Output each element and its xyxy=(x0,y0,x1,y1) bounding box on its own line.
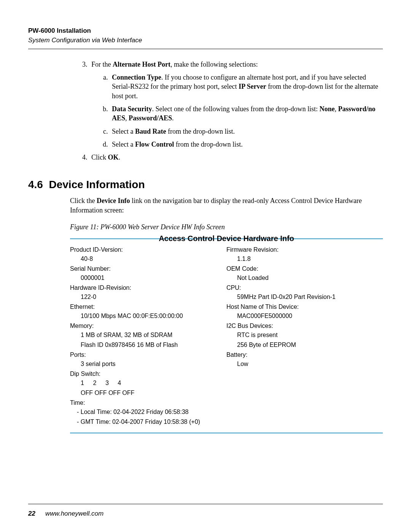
dip-state-1: OFF xyxy=(81,388,93,398)
header-divider xyxy=(28,49,383,49)
dip-4: 4 xyxy=(118,379,128,388)
dip-1: 1 xyxy=(81,379,91,388)
battery-label: Battery: xyxy=(226,350,383,359)
a-bold2: IP Server xyxy=(239,83,266,90)
hw-info-panel: Access Control Device Hardware Info Prod… xyxy=(70,238,383,433)
substep-d: Select a Flow Control from the drop-down… xyxy=(110,140,383,149)
substeps-list: Connection Type. If you choose to config… xyxy=(103,73,383,149)
cpu-label: CPU: xyxy=(226,283,383,292)
section-number: 4.6 xyxy=(28,179,43,190)
firmware-value: 1.1.8 xyxy=(237,254,383,264)
ethernet-value: 10/100 Mbps MAC 00:0F:E5:00:00:00 xyxy=(81,312,226,321)
serial-label: Serial Number: xyxy=(70,264,226,273)
footer-site: www.honeywell.com xyxy=(45,510,104,517)
steps-list: For the Alternate Host Port, make the fo… xyxy=(28,60,383,162)
cpu-value: 59MHz Part ID-0x20 Part Revision-1 xyxy=(237,292,383,302)
doc-subtitle: System Configuration via Web Interface xyxy=(28,36,383,45)
product-id-value: 40-8 xyxy=(81,254,226,264)
a-bold1: Connection Type xyxy=(112,73,161,81)
panel-title-wrap: Access Control Device Hardware Info xyxy=(70,239,383,245)
battery-value: Low xyxy=(237,359,383,369)
section-title: Device Information xyxy=(49,179,145,190)
step3-lead-pre: For the xyxy=(91,61,113,68)
host-name-value: MAC000FE5000000 xyxy=(237,312,383,321)
dip-state-3: OFF xyxy=(108,388,121,398)
dip-3: 3 xyxy=(105,379,116,388)
ethernet-label: Ethernet: xyxy=(70,302,226,312)
dip-state-2: OFF xyxy=(94,388,107,398)
substep-b: Data Security. Select one of the followi… xyxy=(110,104,383,123)
dip-2: 2 xyxy=(93,379,104,388)
c-post: from the drop-down list. xyxy=(166,128,235,135)
i2c-value-2: 256 Byte of EEPROM xyxy=(237,340,383,350)
page-number: 22 xyxy=(28,510,43,518)
firmware-label: Firmware Revision: xyxy=(226,245,383,254)
dip-state-4: OFF xyxy=(122,388,134,398)
dip-switch-states: OFF OFF OFF OFF xyxy=(81,388,226,398)
memory-value-1: 1 MB of SRAM, 32 MB of SDRAM xyxy=(81,331,226,340)
c-bold: Baud Rate xyxy=(135,128,166,135)
step3-lead-bold: Alternate Host Port xyxy=(113,61,170,68)
step4-post: . xyxy=(119,153,121,161)
figure-caption: Figure 11: PW-6000 Web Server Device HW … xyxy=(70,222,383,232)
d-bold: Flow Control xyxy=(135,141,174,148)
b-bold2: None xyxy=(319,105,335,113)
step3-lead-post: , make the following selections: xyxy=(170,61,258,68)
step4-bold: OK xyxy=(108,153,119,161)
oem-label: OEM Code: xyxy=(226,264,383,273)
dip-switch-label: Dip Switch: xyxy=(70,369,226,379)
desc-bold: Device Info xyxy=(97,197,130,204)
b-sep2: , xyxy=(125,114,129,122)
serial-value: 0000001 xyxy=(81,273,226,283)
hw-id-value: 122-0 xyxy=(81,292,226,302)
i2c-value-1: RTC is present xyxy=(237,331,383,340)
document-page: PW-6000 Installation System Configuratio… xyxy=(0,0,411,532)
d-post: from the drop-down list. xyxy=(174,141,242,148)
product-id-label: Product ID-Version: xyxy=(70,245,226,254)
b-text1: . Select one of the following values fro… xyxy=(152,105,319,113)
dip-switch-numbers: 1 2 3 4 xyxy=(81,379,226,388)
desc-pre: Click the xyxy=(70,197,97,204)
ports-value: 3 serial ports xyxy=(81,359,226,369)
panel-columns: Product ID-Version: 40-8 Serial Number: … xyxy=(70,245,383,427)
panel-title: Access Control Device Hardware Info xyxy=(70,235,383,242)
c-pre: Select a xyxy=(112,128,135,135)
time-gmt: - GMT Time: 02-04-2007 Friday 10:58:38 (… xyxy=(77,417,226,427)
page-header: PW-6000 Installation System Configuratio… xyxy=(28,27,383,45)
step-3: For the Alternate Host Port, make the fo… xyxy=(89,60,383,149)
b-bold4: Password/AES xyxy=(129,114,172,122)
section-description: Click the Device Info link on the naviga… xyxy=(70,196,383,215)
memory-value-2: Flash ID 0x8978456 16 MB of Flash xyxy=(81,340,226,350)
page-footer: 22 www.honeywell.com xyxy=(28,504,383,518)
time-label: Time: xyxy=(70,398,226,407)
host-name-label: Host Name of This Device: xyxy=(226,302,383,312)
substep-c: Select a Baud Rate from the drop-down li… xyxy=(110,127,383,136)
footer-divider xyxy=(28,504,383,504)
i2c-label: I2C Bus Devices: xyxy=(226,321,383,331)
time-local: - Local Time: 02-04-2022 Friday 06:58:38 xyxy=(77,407,226,417)
b-end: . xyxy=(172,114,174,122)
b-bold1: Data Security xyxy=(112,105,152,113)
substep-a: Connection Type. If you choose to config… xyxy=(110,73,383,101)
panel-left-column: Product ID-Version: 40-8 Serial Number: … xyxy=(70,245,226,427)
step4-pre: Click xyxy=(91,153,108,161)
hw-id-label: Hardware ID-Revision: xyxy=(70,283,226,292)
panel-right-column: Firmware Revision: 1.1.8 OEM Code: Not L… xyxy=(226,245,383,427)
doc-title: PW-6000 Installation xyxy=(28,27,383,35)
step-4: Click OK. xyxy=(89,153,383,162)
ports-label: Ports: xyxy=(70,350,226,359)
memory-label: Memory: xyxy=(70,321,226,331)
d-pre: Select a xyxy=(112,141,135,148)
oem-value: Not Loaded xyxy=(237,273,383,283)
section-heading: 4.6 Device Information xyxy=(28,177,383,192)
